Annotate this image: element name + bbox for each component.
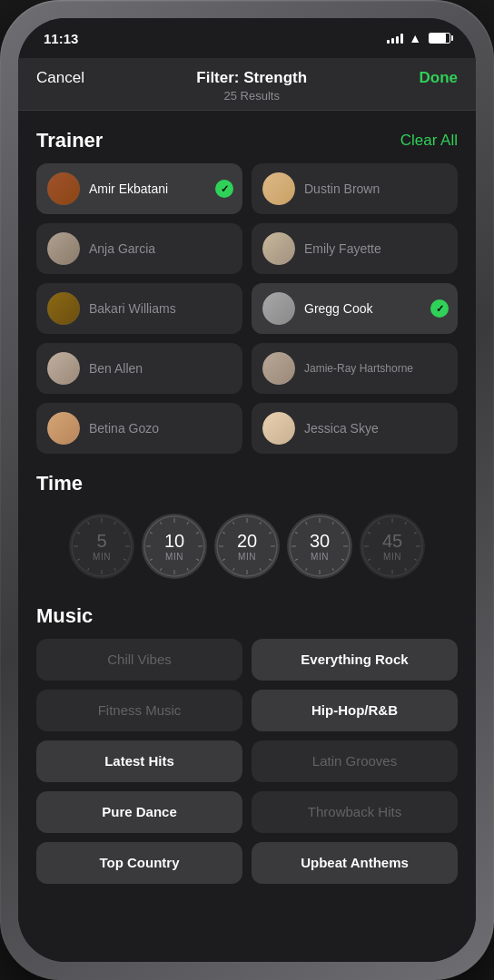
music-section-header: Music bbox=[36, 586, 458, 639]
time-dial-30[interactable]: 30 MIN bbox=[287, 514, 352, 579]
trainer-name: Ben Allen bbox=[89, 361, 143, 376]
music-item-upbeat-anthems[interactable]: Upbeat Anthems bbox=[252, 842, 458, 884]
check-icon: ✓ bbox=[215, 180, 233, 198]
svg-line-22 bbox=[150, 559, 153, 561]
time-section-header: Time bbox=[36, 454, 458, 506]
trainer-grid: Amir Ekbatani ✓ Dustin Brown Anja Garcia bbox=[36, 163, 458, 454]
music-item-top-country[interactable]: Top Country bbox=[36, 842, 242, 884]
avatar bbox=[47, 352, 80, 385]
svg-point-13 bbox=[144, 516, 204, 576]
time-dial-45[interactable]: 45 MIN bbox=[360, 514, 425, 579]
trainer-name: Jessica Skye bbox=[304, 421, 379, 436]
svg-point-0 bbox=[72, 516, 132, 576]
svg-line-37 bbox=[222, 533, 225, 534]
check-icon: ✓ bbox=[430, 299, 449, 318]
avatar bbox=[47, 412, 80, 445]
trainer-item[interactable]: Ben Allen bbox=[36, 343, 242, 394]
dial-ticks-icon bbox=[69, 514, 134, 579]
status-icons: ▲ bbox=[387, 31, 450, 45]
battery-icon bbox=[429, 33, 450, 44]
trainer-item[interactable]: Anja Garcia bbox=[36, 223, 242, 274]
svg-line-64 bbox=[379, 522, 380, 524]
clear-all-button[interactable]: Clear All bbox=[400, 132, 458, 150]
time-section-title: Time bbox=[36, 472, 83, 495]
svg-line-58 bbox=[405, 568, 407, 571]
svg-line-51 bbox=[306, 522, 308, 524]
trainer-name: Jamie-Ray Hartshorne bbox=[304, 362, 413, 375]
music-item-everything-rock[interactable]: Everything Rock bbox=[252, 639, 458, 681]
music-name: Hip-Hop/R&B bbox=[311, 702, 398, 718]
svg-line-12 bbox=[88, 522, 90, 524]
svg-line-3 bbox=[124, 533, 126, 534]
svg-line-35 bbox=[222, 559, 225, 561]
svg-line-63 bbox=[368, 533, 370, 534]
music-grid: Chill Vibes Everything Rock Fitness Musi… bbox=[36, 639, 458, 884]
music-name: Top Country bbox=[99, 855, 179, 870]
avatar bbox=[47, 172, 80, 205]
svg-line-28 bbox=[260, 522, 262, 524]
music-name: Latin Grooves bbox=[312, 753, 397, 769]
svg-line-5 bbox=[124, 559, 126, 561]
nav-subtitle: 25 Results bbox=[196, 89, 307, 103]
trainer-section-title: Trainer bbox=[36, 129, 103, 152]
music-item-latest-hits[interactable]: Latest Hits bbox=[36, 740, 242, 782]
trainer-name: Emily Fayette bbox=[304, 241, 381, 256]
svg-line-50 bbox=[295, 533, 298, 534]
music-item-latin-grooves[interactable]: Latin Grooves bbox=[252, 740, 458, 782]
svg-line-61 bbox=[368, 559, 370, 561]
trainer-name: Dustin Brown bbox=[304, 181, 380, 196]
svg-line-38 bbox=[233, 522, 235, 524]
status-bar: 11:13 ▲ bbox=[18, 18, 476, 58]
done-button[interactable]: Done bbox=[419, 69, 458, 87]
avatar bbox=[262, 172, 295, 205]
signal-icon bbox=[387, 33, 403, 44]
svg-line-11 bbox=[77, 533, 80, 534]
svg-line-9 bbox=[77, 559, 80, 561]
trainer-item[interactable]: Gregg Cook ✓ bbox=[252, 283, 458, 334]
trainer-name: Anja Garcia bbox=[89, 241, 155, 256]
music-item-chill-vibes[interactable]: Chill Vibes bbox=[36, 639, 242, 681]
music-item-pure-dance[interactable]: Pure Dance bbox=[36, 791, 242, 833]
avatar bbox=[47, 292, 80, 325]
trainer-item[interactable]: Jessica Skye bbox=[252, 403, 458, 454]
trainer-item[interactable]: Amir Ekbatani ✓ bbox=[36, 163, 242, 214]
svg-line-57 bbox=[414, 559, 417, 561]
time-dial-20[interactable]: 20 MIN bbox=[214, 514, 280, 579]
avatar bbox=[262, 292, 295, 325]
svg-line-19 bbox=[187, 568, 189, 571]
svg-line-8 bbox=[88, 568, 90, 571]
nav-title: Filter: Strength bbox=[196, 69, 307, 87]
svg-line-16 bbox=[196, 533, 199, 534]
trainer-item[interactable]: Betina Gozo bbox=[36, 403, 242, 454]
music-item-hiphop[interactable]: Hip-Hop/R&B bbox=[252, 690, 458, 731]
svg-line-6 bbox=[114, 568, 116, 571]
svg-line-18 bbox=[196, 559, 199, 561]
svg-line-44 bbox=[341, 559, 344, 561]
music-name: Throwback Hits bbox=[308, 804, 401, 819]
svg-line-25 bbox=[161, 522, 163, 524]
music-item-throwback[interactable]: Throwback Hits bbox=[252, 791, 458, 833]
svg-point-52 bbox=[362, 516, 422, 576]
svg-line-21 bbox=[161, 568, 163, 571]
trainer-section-header: Trainer Clear All bbox=[36, 111, 458, 163]
trainer-name: Amir Ekbatani bbox=[89, 181, 168, 196]
trainer-item[interactable]: Emily Fayette bbox=[252, 223, 458, 274]
trainer-item[interactable]: Dustin Brown bbox=[252, 163, 458, 214]
music-name: Fitness Music bbox=[98, 702, 182, 718]
time-dials-row: 5 MIN bbox=[36, 506, 458, 586]
trainer-item[interactable]: Jamie-Ray Hartshorne bbox=[252, 343, 458, 394]
dial-ticks-icon bbox=[214, 514, 280, 579]
music-item-fitness-music[interactable]: Fitness Music bbox=[36, 690, 242, 731]
music-name: Pure Dance bbox=[102, 804, 177, 819]
avatar bbox=[262, 352, 295, 385]
time-dial-5[interactable]: 5 MIN bbox=[69, 514, 134, 579]
svg-line-2 bbox=[114, 522, 116, 524]
svg-line-15 bbox=[187, 522, 189, 524]
svg-line-34 bbox=[233, 568, 235, 571]
avatar bbox=[262, 412, 295, 445]
trainer-item[interactable]: Bakari Williams bbox=[36, 283, 242, 334]
music-name: Latest Hits bbox=[104, 753, 174, 769]
avatar bbox=[262, 232, 295, 265]
time-dial-10[interactable]: 10 MIN bbox=[142, 514, 207, 579]
cancel-button[interactable]: Cancel bbox=[36, 69, 84, 87]
